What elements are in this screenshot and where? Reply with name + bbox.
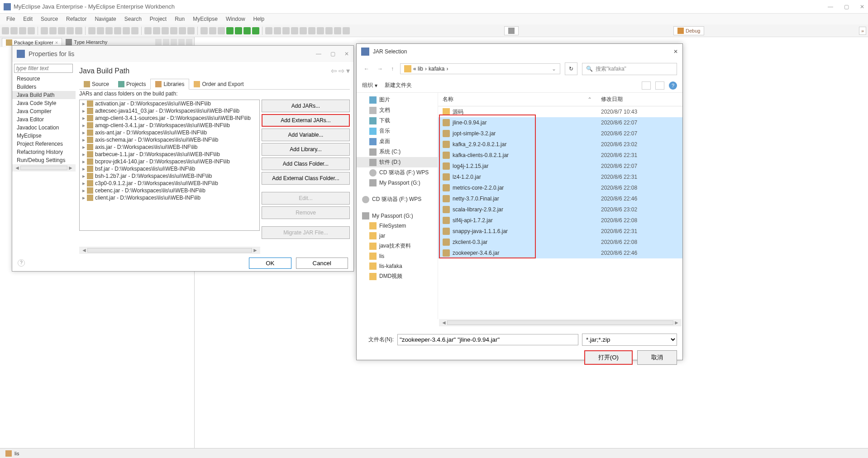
back-button[interactable]: ← [362,64,371,74]
maximize-icon[interactable]: ▢ [844,4,849,10]
toolbar-button[interactable] [67,27,74,34]
toolbar-button[interactable] [325,27,333,34]
tree-documents[interactable]: 文档 [357,105,438,115]
tree-item[interactable]: Java Compiler [12,107,76,115]
view-tool-icon[interactable] [163,39,169,45]
jar-hscroll[interactable]: ◄► [79,247,260,254]
jar-item[interactable]: ▸bsf.jar - D:\Workspaces\lis\ui\WEB-INF\… [80,165,259,172]
toolbar-button[interactable] [2,27,9,34]
toolbar-button[interactable] [153,27,160,34]
file-row[interactable]: kafka_2.9.2-0.8.2.1.jar2020/8/6 23:02 [438,139,682,150]
tree-cdrive[interactable]: 系统 (C:) [357,147,438,157]
toolbar-button[interactable] [97,27,104,34]
tree-lis[interactable]: lis [357,251,438,261]
file-row[interactable]: lz4-1.2.0.jar2020/8/6 22:31 [438,172,682,182]
file-hscroll[interactable]: ◄► [439,319,682,326]
tree-passport2[interactable]: My Passport (G:) [357,211,438,221]
ok-button[interactable]: OK [249,258,291,269]
toolbar-button[interactable] [265,27,272,34]
minimize-icon[interactable]: — [828,4,833,10]
help-icon[interactable]: ? [669,81,677,90]
filename-input[interactable] [397,334,578,345]
file-row[interactable]: zookeeper-3.4.6.jar2020/8/6 22:46 [438,248,682,258]
jar-item[interactable]: ▸cebenc.jar - D:\Workspaces\lis\ui\WEB-I… [80,187,259,194]
organize-menu[interactable]: 组织 ▾ [362,81,377,89]
view-tool-icon[interactable] [155,39,162,45]
tree-item[interactable]: Refactoring History [12,148,76,156]
up-button[interactable]: ↑ [389,64,396,74]
filter-input[interactable] [14,64,73,73]
menu-refactor[interactable]: Refactor [62,14,90,24]
jar-item[interactable]: ▸axis-schema.jar - D:\Workspaces\lis\ui\… [80,136,259,143]
toolbar-button[interactable] [334,27,341,34]
file-row[interactable]: netty-3.7.0.Final.jar2020/8/6 22:46 [438,193,682,204]
jar-item[interactable]: ▸client.jar - D:\Workspaces\lis\ui\WEB-I… [80,194,259,201]
menu-search[interactable]: Search [121,14,145,24]
jar-item[interactable]: ▸activation.jar - D:\Workspaces\lis\ui\W… [80,100,259,107]
jar-item[interactable]: ▸amqp-client-3.4.1-sources.jar - D:\Work… [80,114,259,122]
breadcrumb-lib[interactable]: « lib [413,66,423,72]
toolbar-button[interactable] [105,27,113,34]
maximize-icon[interactable] [186,39,192,45]
tree-ddrive[interactable]: 软件 (D:) [357,157,438,167]
chevron-down-icon[interactable]: ⌄ [552,66,556,72]
column-date[interactable]: 修改日期 [596,93,682,106]
file-list[interactable]: 名称⌃ 修改日期 源码2020/8/7 10:43jline-0.9.94.ja… [438,93,682,319]
jar-item[interactable]: ▸axis.jar - D:\Workspaces\lis\ui\WEB-INF… [80,143,259,151]
tree-item[interactable]: Javadoc Location [12,124,76,132]
perspective-switcher[interactable] [504,26,519,35]
maximize-icon[interactable]: ▢ [330,51,335,57]
file-row[interactable]: scala-library-2.9.2.jar2020/8/6 23:02 [438,204,682,215]
tree-item[interactable]: Builders [12,83,76,91]
toolbar-button[interactable] [218,27,225,34]
menu-help[interactable]: Help [250,14,268,24]
refresh-button[interactable]: ↻ [565,62,577,75]
tree-jar[interactable]: jar [357,231,438,241]
menu-window[interactable]: Window [222,14,249,24]
tree-item[interactable]: Resource [12,75,76,83]
tree-hscroll[interactable]: ◄► [12,164,76,172]
close-icon[interactable]: × [55,40,58,45]
dropdown-icon[interactable]: ▾ [346,67,350,75]
toolbar-button[interactable] [317,27,324,34]
toolbar-button[interactable] [49,27,57,34]
toolbar-button[interactable] [291,27,298,34]
file-row[interactable]: jline-0.9.94.jar2020/8/6 22:07 [438,117,682,128]
jar-item[interactable]: ▸c3p0-0.9.1.2.jar - D:\Workspaces\lis\ui… [80,180,259,187]
file-row[interactable]: jopt-simple-3.2.jar2020/8/6 22:07 [438,128,682,139]
preview-pane-icon[interactable] [655,81,664,90]
toolbar-button[interactable] [187,27,195,34]
tree-music[interactable]: 音乐 [357,126,438,136]
add-library-button[interactable]: Add Library... [262,143,350,156]
add-external-class-folder-button[interactable]: Add External Class Folder... [262,172,350,185]
breadcrumb-kafaka[interactable]: kafaka [429,66,444,72]
folder-tree[interactable]: 图片 文档 下载 音乐 桌面 系统 (C:) 软件 (D:) CD 驱动器 (F… [357,93,438,319]
forward-icon[interactable]: ⇨ [339,67,344,75]
tree-item[interactable]: Java Code Style [12,99,76,107]
search-input[interactable]: 🔍 搜索"kafaka" [582,63,677,75]
file-row[interactable]: kafka-clients-0.8.2.1.jar2020/8/6 22:31 [438,150,682,161]
back-icon[interactable]: ⇦ [331,67,337,75]
migrate-jar-button[interactable]: Migrate JAR File... [262,226,350,239]
toolbar-button[interactable] [144,27,152,34]
tree-javatech[interactable]: java技术资料 [357,241,438,251]
add-class-folder-button[interactable]: Add Class Folder... [262,157,350,170]
tree-pictures[interactable]: 图片 [357,95,438,105]
jar-item[interactable]: ▸adtecsec-java141_03.jar - D:\Workspaces… [80,107,259,114]
file-row[interactable]: snappy-java-1.1.1.6.jar2020/8/6 22:31 [438,226,682,237]
file-row[interactable]: log4j-1.2.15.jar2020/8/6 22:07 [438,161,682,172]
view-tool-icon[interactable] [171,39,177,45]
address-bar[interactable]: « lib › kafaka › ⌄ [400,63,560,74]
toolbar-button[interactable] [343,27,350,34]
toolbar-button[interactable] [179,27,186,34]
file-row[interactable]: slf4j-api-1.7.2.jar2020/8/6 22:08 [438,215,682,226]
tree-downloads[interactable]: 下载 [357,115,438,126]
run-icon[interactable] [235,27,242,34]
run-icon[interactable] [252,27,259,34]
minimize-icon[interactable]: — [316,51,321,57]
tab-source[interactable]: Source [79,79,114,89]
view-mode-icon[interactable] [642,81,651,90]
toolbar-button[interactable] [300,27,307,34]
toolbar-button[interactable] [19,27,26,34]
tree-item[interactable]: Project References [12,140,76,148]
